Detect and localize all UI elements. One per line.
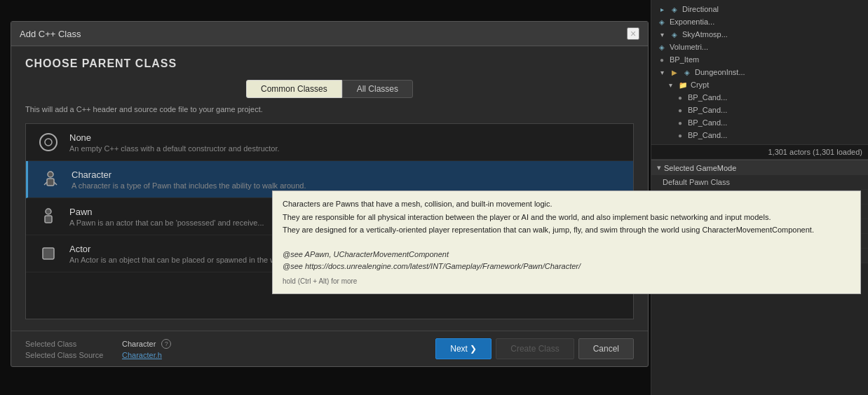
- selected-class-label: Selected Class: [25, 340, 116, 348]
- next-button[interactable]: Next ❯: [435, 338, 491, 359]
- tree-item-crypt[interactable]: ▾ 📁 Crypt: [651, 78, 868, 91]
- tree-label-bp-cand2: BP_Cand...: [688, 106, 727, 114]
- tree-item-skyatmosphere[interactable]: ▾ ◈ SkyAtmosp...: [651, 28, 868, 41]
- tree-item-bp-cand1[interactable]: ● BP_Cand...: [651, 91, 868, 104]
- svg-rect-8: [43, 248, 54, 259]
- selected-source-label: Selected Class Source: [25, 351, 116, 359]
- dungeon-actor-icon: ◈: [682, 67, 692, 77]
- selected-info: Selected Class Character ? Selected Clas…: [25, 339, 431, 359]
- tree-label-dungeon: DungeonInst...: [695, 68, 745, 76]
- class-row-none[interactable]: None An empty C++ class with a default c…: [26, 124, 633, 161]
- actor-class-icon: [37, 242, 60, 265]
- character-desc: A character is a type of Pawn that inclu…: [72, 181, 306, 190]
- tree-label-bp-cand4: BP_Cand...: [688, 131, 727, 139]
- tree-label-directional: Directional: [682, 5, 719, 13]
- dialog-footer: Selected Class Character ? Selected Clas…: [11, 331, 648, 366]
- bp-cand2-icon: ●: [675, 105, 685, 115]
- scene-tree: ▸ ◈ Directional ◈ Exponentia... ▾ ◈ SkyA…: [651, 0, 868, 144]
- actor-count-text: 1,301 actors (1,301 loaded): [768, 148, 862, 156]
- tree-item-bp-cand2[interactable]: ● BP_Cand...: [651, 104, 868, 116]
- tooltip-hint: hold (Ctrl + Alt) for more: [283, 276, 850, 286]
- button-group: Next ❯ Create Class Cancel: [435, 338, 634, 359]
- bp-cand3-icon: ●: [675, 118, 685, 127]
- none-icon: [37, 131, 60, 153]
- create-class-button[interactable]: Create Class: [496, 338, 574, 359]
- selected-source-row: Selected Class Source Character.h: [25, 351, 431, 359]
- actor-icon: ▸: [657, 4, 667, 14]
- pawn-name: Pawn: [69, 207, 264, 217]
- bp-cand1-icon: ●: [675, 92, 685, 102]
- bp-item-icon: ●: [657, 55, 667, 64]
- tree-label-sky: SkyAtmosp...: [682, 30, 728, 39]
- none-name: None: [69, 132, 280, 143]
- tree-item-directional[interactable]: ▸ ◈ Directional: [651, 3, 868, 15]
- svg-point-2: [48, 172, 53, 177]
- tooltip-line2: They are responsible for all physical in…: [283, 212, 850, 223]
- tree-item-bp-cand4[interactable]: ● BP_Cand...: [651, 129, 868, 141]
- description-text: This will add a C++ header and source co…: [25, 105, 634, 113]
- svg-point-0: [40, 134, 57, 151]
- character-icon: [39, 168, 62, 190]
- volumetric-icon: ◈: [657, 42, 667, 52]
- tree-label-exponential: Exponentia...: [670, 18, 714, 26]
- help-icon[interactable]: ?: [161, 339, 171, 349]
- none-desc: An empty C++ class with a default constr…: [69, 144, 280, 153]
- tree-label-crypt: Crypt: [691, 81, 709, 89]
- actor-desc: An Actor is an object that can be placed…: [69, 256, 291, 264]
- tree-item-volumetric[interactable]: ◈ Volumetri...: [651, 41, 868, 53]
- gamemode-default-pawn[interactable]: Default Pawn Class: [651, 175, 868, 190]
- dialog-titlebar: Add C++ Class ×: [11, 22, 648, 46]
- gamemode-header: ▾ Selected GameMode: [651, 160, 868, 175]
- crypt-folder-icon: 📁: [678, 80, 688, 90]
- tree-label-bp-cand1: BP_Cand...: [688, 93, 727, 102]
- dialog-close-button[interactable]: ×: [627, 27, 639, 40]
- pawn-info: Pawn A Pawn is an actor that can be 'pos…: [69, 207, 264, 227]
- tab-all-classes[interactable]: All Classes: [342, 80, 413, 98]
- tree-item-dungeon[interactable]: ▾ ▶ ◈ DungeonInst...: [651, 66, 868, 78]
- bp-cand4-icon: ●: [675, 130, 685, 140]
- actor-info: Actor An Actor is an object that can be …: [69, 244, 291, 264]
- tooltip-see1: @see APawn, UCharacterMovementComponent: [283, 249, 850, 261]
- svg-point-6: [46, 209, 51, 214]
- expand-gamemode-icon: ▾: [657, 163, 661, 172]
- tab-common-classes[interactable]: Common Classes: [246, 80, 342, 98]
- tree-label-bp-item: BP_Item: [670, 55, 699, 64]
- selected-class-value: Character: [122, 340, 156, 348]
- crypt-expand-icon: ▾: [665, 80, 675, 90]
- directional-icon: ◈: [670, 4, 679, 14]
- tooltip-line3: They are designed for a vertically-orien…: [283, 224, 850, 236]
- selected-source-value[interactable]: Character.h: [122, 351, 162, 359]
- dungeon-folder-icon: ▶: [670, 67, 679, 77]
- exponential-icon: ◈: [657, 17, 667, 27]
- dialog-heading: CHOOSE PARENT CLASS: [25, 57, 634, 70]
- dungeon-expand-icon: ▾: [657, 67, 667, 77]
- none-info: None An empty C++ class with a default c…: [69, 132, 280, 153]
- expand-icon: ▾: [657, 29, 667, 39]
- pawn-desc: A Pawn is an actor that can be 'possesse…: [69, 219, 264, 227]
- character-name: Character: [72, 169, 306, 180]
- tooltip-see2: @see https://docs.unrealengine.com/lates…: [283, 261, 850, 272]
- character-info: Character A character is a type of Pawn …: [72, 169, 306, 190]
- svg-rect-3: [47, 179, 54, 186]
- tooltip-box: Characters are Pawns that have a mesh, c…: [272, 190, 861, 294]
- tree-label-bp-cand3: BP_Cand...: [688, 118, 727, 127]
- cancel-button[interactable]: Cancel: [578, 338, 634, 359]
- tooltip-line1: Characters are Pawns that have a mesh, c…: [283, 198, 850, 210]
- sky-icon: ◈: [670, 29, 679, 39]
- selected-class-row: Selected Class Character ?: [25, 339, 431, 349]
- svg-point-1: [45, 139, 52, 146]
- gamemode-header-label: Selected GameMode: [664, 164, 736, 172]
- dialog-title: Add C++ Class: [20, 29, 81, 39]
- actor-count-bar: 1,301 actors (1,301 loaded): [651, 144, 868, 160]
- tree-item-bp-item[interactable]: ● BP_Item: [651, 53, 868, 66]
- actor-name: Actor: [69, 244, 291, 254]
- tree-item-exponential[interactable]: ◈ Exponentia...: [651, 15, 868, 28]
- tree-item-bp-cand3[interactable]: ● BP_Cand...: [651, 116, 868, 129]
- svg-rect-7: [45, 216, 52, 223]
- pawn-icon: [37, 205, 60, 228]
- tree-label-volumetric: Volumetri...: [670, 43, 708, 51]
- tab-bar: Common Classes All Classes: [25, 80, 634, 98]
- gamemode-default-pawn-label: Default Pawn Class: [663, 178, 730, 186]
